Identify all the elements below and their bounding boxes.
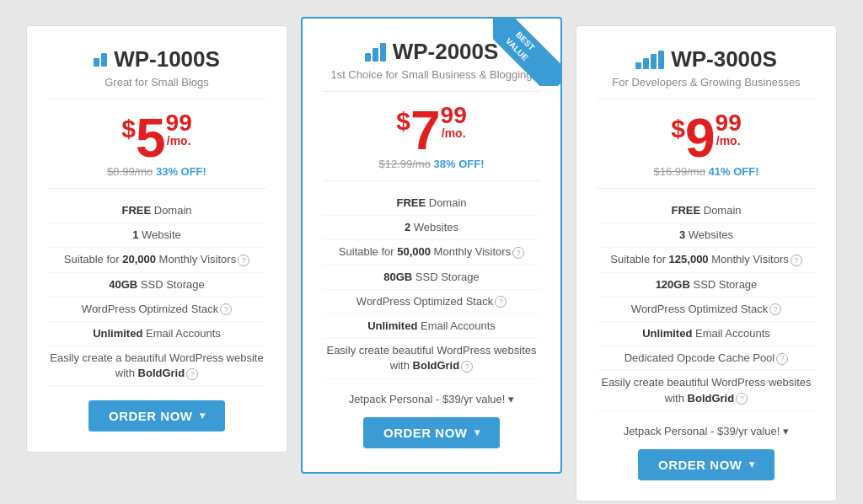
price-main: $799/mo. bbox=[323, 104, 540, 158]
plan-card-wp3000s: WP-3000SFor Developers & Growing Busines… bbox=[576, 25, 837, 501]
plan-card-wp1000s: WP-1000SGreat for Small Blogs$599/mo.$8.… bbox=[26, 25, 287, 453]
jetpack-row: Jetpack Personal - $39/yr value! ▾ bbox=[323, 393, 540, 405]
price-cents-mo: 99/mo. bbox=[716, 111, 742, 152]
price-block: $799/mo.$12.99/mo 38% OFF! bbox=[323, 104, 540, 170]
feature-item: Unlimited Email Accounts bbox=[323, 314, 540, 339]
price-cents: 99 bbox=[166, 111, 192, 135]
info-icon[interactable]: ? bbox=[512, 247, 524, 259]
plan-tagline: For Developers & Growing Businesses bbox=[597, 76, 816, 99]
feature-item: FREE Domain bbox=[323, 191, 540, 216]
price-cents: 99 bbox=[441, 104, 467, 127]
info-icon[interactable]: ? bbox=[238, 255, 249, 266]
info-icon[interactable]: ? bbox=[220, 303, 232, 315]
feature-item: Suitable for 20,000 Monthly Visitors? bbox=[47, 248, 266, 272]
jetpack-expand-icon[interactable]: ▾ bbox=[508, 393, 514, 405]
price-original-row: $8.99/mo 33% OFF! bbox=[47, 165, 266, 178]
price-cents: 99 bbox=[716, 111, 742, 135]
price-off: 41% OFF! bbox=[709, 165, 759, 178]
order-now-button[interactable]: ORDER NOW ▾ bbox=[638, 449, 775, 480]
price-dollar-sign: $ bbox=[671, 116, 685, 142]
price-integer: 5 bbox=[136, 111, 166, 165]
icon-bar bbox=[658, 51, 664, 69]
order-dropdown-arrow: ▾ bbox=[474, 426, 480, 438]
order-now-button[interactable]: ORDER NOW ▾ bbox=[88, 400, 225, 432]
price-original-row: $12.99/mo 38% OFF! bbox=[323, 158, 540, 170]
feature-item: Easily create beautiful WordPress websit… bbox=[323, 339, 540, 378]
features-list: FREE Domain2 WebsitesSuitable for 50,000… bbox=[323, 180, 540, 379]
feature-item: WordPress Optimized Stack? bbox=[323, 290, 540, 314]
jetpack-label: Jetpack Personal - $39/yr value! bbox=[349, 393, 506, 405]
plan-tagline: Great for Small Blogs bbox=[47, 76, 266, 99]
info-icon[interactable]: ? bbox=[186, 368, 198, 380]
icon-bar bbox=[380, 43, 386, 62]
pricing-container: WP-1000SGreat for Small Blogs$599/mo.$8.… bbox=[0, 0, 863, 504]
feature-item: WordPress Optimized Stack? bbox=[47, 298, 266, 322]
plan-name: WP-1000S bbox=[114, 46, 220, 72]
feature-item: Dedicated Opcode Cache Pool? bbox=[597, 346, 816, 371]
best-value-badge bbox=[493, 19, 560, 86]
price-main: $999/mo. bbox=[597, 111, 816, 165]
price-dollar-sign: $ bbox=[121, 116, 136, 142]
feature-item: Easily create beautiful WordPress websit… bbox=[597, 371, 816, 410]
order-label: ORDER NOW bbox=[383, 426, 468, 440]
feature-item: 40GB SSD Storage bbox=[47, 273, 266, 298]
jetpack-label: Jetpack Personal - $39/yr value! bbox=[624, 425, 780, 437]
icon-bar bbox=[635, 62, 641, 69]
feature-item: WordPress Optimized Stack? bbox=[597, 298, 816, 322]
price-off: 38% OFF! bbox=[434, 158, 485, 170]
price-block: $999/mo.$16.99/mo 41% OFF! bbox=[597, 111, 816, 178]
feature-item: 1 Website bbox=[47, 223, 266, 248]
feature-item: Unlimited Email Accounts bbox=[47, 322, 266, 346]
plan-header: WP-3000S bbox=[597, 46, 816, 72]
price-mo: /mo. bbox=[716, 135, 742, 147]
price-mo: /mo. bbox=[166, 135, 192, 147]
price-mo: /mo. bbox=[441, 127, 467, 139]
info-icon[interactable]: ? bbox=[736, 393, 748, 405]
feature-item: 3 Websites bbox=[597, 223, 816, 248]
plan-name: WP-2000S bbox=[393, 39, 499, 65]
info-icon[interactable]: ? bbox=[461, 361, 473, 373]
price-dollar-sign: $ bbox=[396, 109, 410, 134]
order-now-button[interactable]: ORDER NOW ▾ bbox=[363, 417, 500, 448]
icon-bar bbox=[101, 53, 107, 67]
feature-item: 120GB SSD Storage bbox=[597, 273, 816, 298]
plan-header: WP-1000S bbox=[47, 46, 266, 72]
info-icon[interactable]: ? bbox=[495, 296, 507, 308]
plan-icon bbox=[365, 43, 386, 62]
jetpack-expand-icon[interactable]: ▾ bbox=[783, 425, 789, 437]
info-icon[interactable]: ? bbox=[776, 353, 788, 365]
feature-item: Easily create a beautiful WordPress webs… bbox=[47, 346, 266, 386]
feature-item: Suitable for 50,000 Monthly Visitors? bbox=[323, 240, 540, 265]
plan-name: WP-3000S bbox=[671, 46, 777, 72]
order-dropdown-arrow: ▾ bbox=[200, 410, 206, 421]
order-label: ORDER NOW bbox=[109, 409, 193, 423]
jetpack-row: Jetpack Personal - $39/yr value! ▾ bbox=[597, 425, 816, 437]
feature-item: FREE Domain bbox=[597, 199, 816, 223]
plan-card-wp2000s: WP-2000S1st Choice for Small Business & … bbox=[301, 17, 562, 474]
price-block: $599/mo.$8.99/mo 33% OFF! bbox=[47, 111, 266, 178]
plan-icon bbox=[635, 51, 664, 69]
feature-item: Suitable for 125,000 Monthly Visitors? bbox=[597, 248, 816, 272]
features-list: FREE Domain3 WebsitesSuitable for 125,00… bbox=[597, 188, 816, 411]
order-dropdown-arrow: ▾ bbox=[749, 458, 755, 470]
info-icon[interactable]: ? bbox=[791, 255, 802, 266]
plan-icon bbox=[94, 53, 107, 67]
icon-bar bbox=[643, 58, 649, 69]
icon-bar bbox=[651, 54, 657, 69]
features-list: FREE Domain1 WebsiteSuitable for 20,000 … bbox=[47, 188, 266, 387]
price-cents-mo: 99/mo. bbox=[441, 104, 467, 144]
price-off: 33% OFF! bbox=[156, 165, 206, 178]
price-cents-mo: 99/mo. bbox=[166, 111, 192, 152]
price-main: $599/mo. bbox=[47, 111, 266, 165]
price-original-row: $16.99/mo 41% OFF! bbox=[597, 165, 816, 178]
price-integer: 9 bbox=[685, 111, 716, 165]
feature-item: FREE Domain bbox=[47, 199, 266, 223]
price-integer: 7 bbox=[410, 104, 441, 158]
info-icon[interactable]: ? bbox=[769, 303, 781, 315]
feature-item: 2 Websites bbox=[323, 216, 540, 240]
icon-bar bbox=[373, 48, 378, 62]
order-label: ORDER NOW bbox=[658, 458, 742, 472]
feature-item: Unlimited Email Accounts bbox=[597, 322, 816, 346]
icon-bar bbox=[365, 53, 371, 62]
icon-bar bbox=[94, 58, 99, 67]
